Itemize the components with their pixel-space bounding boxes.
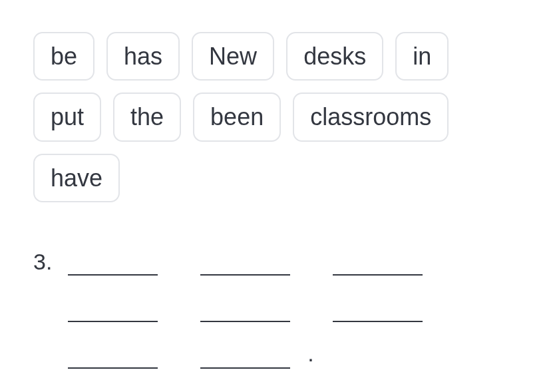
blanks-wrapper: .: [68, 248, 423, 371]
word-bank: be has New desks in put the been classro…: [33, 32, 518, 202]
blanks-row-2: [68, 294, 423, 322]
question-container: 3. .: [33, 248, 518, 371]
word-chip-classrooms[interactable]: classrooms: [293, 93, 449, 141]
blanks-row-3: .: [68, 341, 423, 371]
question-number: 3.: [33, 249, 52, 275]
blank-slot-2[interactable]: [200, 248, 290, 276]
word-chip-desks[interactable]: desks: [286, 32, 383, 81]
word-chip-be[interactable]: be: [33, 32, 94, 81]
word-chip-been[interactable]: been: [193, 93, 281, 141]
blank-slot-1[interactable]: [68, 248, 158, 276]
word-chip-the[interactable]: the: [113, 93, 181, 141]
word-chip-in[interactable]: in: [395, 32, 449, 81]
blank-slot-5[interactable]: [200, 294, 290, 322]
blank-slot-6[interactable]: [333, 294, 423, 322]
word-chip-has[interactable]: has: [106, 32, 180, 81]
word-chip-have[interactable]: have: [33, 154, 120, 202]
blank-slot-7[interactable]: [68, 341, 158, 369]
blank-slot-4[interactable]: [68, 294, 158, 322]
blank-slot-8[interactable]: [200, 341, 290, 369]
sentence-period: .: [307, 341, 313, 367]
blanks-row-1: [68, 248, 423, 276]
word-chip-put[interactable]: put: [33, 93, 101, 141]
word-chip-new[interactable]: New: [192, 32, 274, 81]
blank-slot-3[interactable]: [333, 248, 423, 276]
